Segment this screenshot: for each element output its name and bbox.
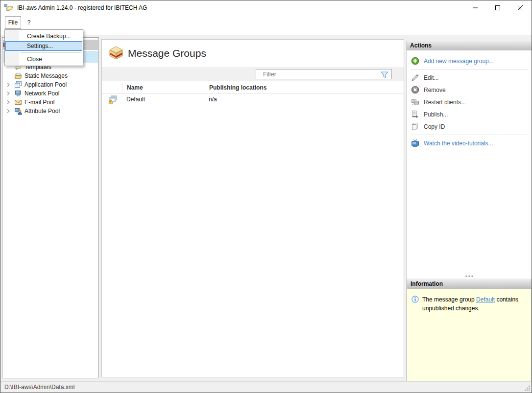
minimize-icon [473,5,478,10]
copy-id-icon [411,122,419,131]
minimize-button[interactable] [464,0,486,15]
action-watch-video-tutorials[interactable]: Watch the video-tutorials... [407,138,532,148]
action-remove[interactable]: Remove [407,85,532,95]
restart-clients-icon [411,98,419,106]
actions-separator [411,135,528,135]
right-dock: Actions Add new message group... [406,41,532,381]
action-edit[interactable]: Edit... [407,72,532,83]
panel-splitter-grip[interactable] [465,276,473,277]
menu-item-create-backup[interactable]: Create Backup... [5,31,82,41]
resize-grip-icon[interactable] [524,385,531,392]
window-title: IBI-aws Admin 1.24.0 - registered for IB… [17,0,147,15]
action-label: Watch the video-tutorials... [424,140,493,147]
sidebar-item-label: Application Pool [24,81,67,88]
static-messages-icon [14,72,22,80]
add-icon [411,57,419,65]
maximize-icon [495,5,500,10]
sidebar-tree: Templates Static Messages [2,63,98,116]
actions-panel-header: Actions [407,41,532,50]
network-pool-icon [14,90,22,97]
menu-item-settings[interactable]: Settings... [5,41,82,51]
filter-funnel-icon[interactable] [381,71,388,78]
attribute-pool-icon [14,107,22,115]
sidebar-item-static-messages[interactable]: Static Messages [2,71,98,80]
actions-separator [411,69,528,69]
maximize-button[interactable] [486,0,509,15]
cell-name: Default [126,94,145,105]
filter-bar [102,67,404,81]
action-label: Remove [424,87,446,93]
titlebar: IBI-aws Admin 1.24.0 - registered for IB… [0,0,532,15]
sidebar-tree-panel: Templates Static Messages [2,37,99,378]
menu-separator [21,52,81,53]
statusbar-path: D:\IBI-aws\Admin\Data.xml [4,384,74,391]
action-label: Restart clients... [424,99,466,106]
actions-panel: Actions Add new message group... [407,41,532,278]
menu-help[interactable]: ? [24,16,34,29]
sidebar-item-network-pool[interactable]: Network Pool [2,89,98,98]
info-icon [411,296,419,303]
sidebar-item-application-pool[interactable]: Application Pool [2,80,98,89]
information-panel-header: Information [407,279,531,289]
sidebar-item-attribute-pool[interactable]: Attribute Pool [2,107,98,116]
sidebar-item-email-pool[interactable]: E-mail Pool [2,98,98,107]
message-groups-icon [108,45,124,61]
file-menu-dropdown: Create Backup... Settings... Close [4,29,83,66]
chevron-right-icon[interactable] [6,109,14,113]
message-group-link[interactable]: Default [476,296,495,303]
chevron-right-icon[interactable] [6,83,14,87]
information-message: The message group Default contains unpub… [422,295,523,313]
application-pool-icon [14,81,22,89]
column-header-name[interactable]: Name [122,82,205,94]
email-pool-icon [14,98,22,106]
information-panel: Information The message group Default co… [407,279,532,381]
action-publish[interactable]: Publish... [407,109,532,119]
table-header: Name Publishing locations [102,82,404,94]
filter-input[interactable] [256,69,392,79]
menu-item-close[interactable]: Close [5,54,82,64]
app-icon [4,4,13,12]
cell-publishing-locations: n/a [209,94,217,105]
video-tutorials-icon [411,139,419,147]
action-copy-id[interactable]: Copy ID [407,121,532,132]
chevron-right-icon[interactable] [6,92,14,95]
page-title: Message Groups [128,46,206,61]
chevron-right-icon[interactable] [6,100,14,104]
action-label: Edit... [424,74,439,81]
action-add-new-message-group[interactable]: Add new message group... [407,56,532,66]
edit-pencil-icon [411,73,419,82]
app-window: IBI-aws Admin 1.24.0 - registered for IB… [0,0,532,393]
sidebar-item-label: Network Pool [24,90,59,97]
window-controls [464,0,532,15]
sidebar-item-label: Attribute Pool [24,108,60,115]
sidebar-item-label: Static Messages [24,72,68,79]
statusbar: D:\IBI-aws\Admin\Data.xml [0,381,532,393]
main-content-panel: Message Groups Name Publishing locations… [101,39,404,377]
close-button[interactable] [509,0,532,15]
action-label: Publish... [424,111,448,118]
sidebar-item-label: E-mail Pool [24,99,54,106]
remove-icon [411,86,419,94]
menu-file[interactable]: File [5,16,21,29]
message-group-warning-icon [108,95,117,104]
column-header-publishing-locations[interactable]: Publishing locations [205,82,404,94]
close-icon [518,5,523,10]
publish-icon [411,110,419,118]
table-row[interactable]: Default n/a [102,94,404,105]
action-label: Copy ID [424,123,445,130]
message-prefix: The message group [422,296,476,303]
action-restart-clients[interactable]: Restart clients... [407,97,532,107]
action-label: Add new message group... [424,58,494,65]
